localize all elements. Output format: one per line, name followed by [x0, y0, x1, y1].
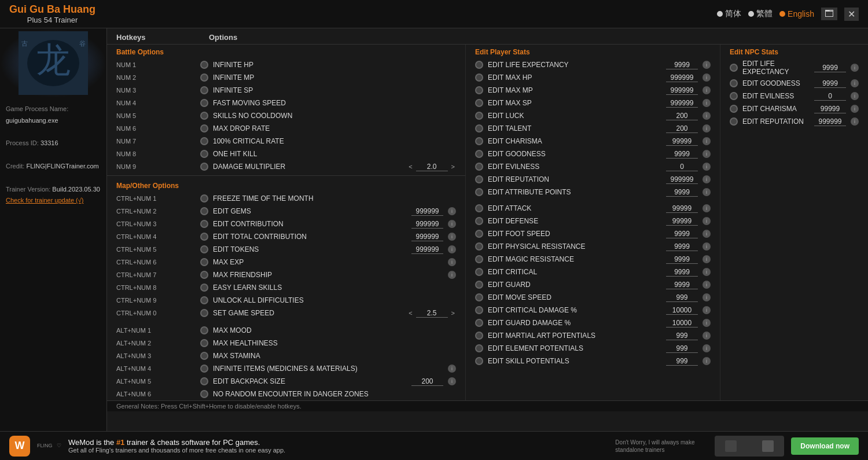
toggle-freeze-time[interactable]	[200, 194, 208, 203]
npc-charisma-info[interactable]: i	[851, 105, 859, 113]
toggle-easy-learn[interactable]	[200, 284, 208, 292]
player-guard-dmg-input[interactable]	[666, 319, 698, 327]
damage-mult-left-arrow[interactable]: <	[407, 163, 413, 170]
player-goodness-info[interactable]: i	[703, 150, 711, 158]
player-skill-input[interactable]	[666, 357, 698, 366]
toggle-infinite-items[interactable]	[200, 365, 208, 373]
player-crit-dmg-input[interactable]	[666, 306, 698, 315]
toggle-player-attr-points[interactable]	[475, 188, 483, 196]
max-friendship-info[interactable]: i	[448, 271, 456, 279]
toggle-game-speed[interactable]	[200, 309, 208, 317]
toggle-player-phys-res[interactable]	[475, 242, 483, 251]
player-guard-dmg-info[interactable]: i	[703, 319, 711, 327]
player-life-exp-info[interactable]: i	[703, 61, 711, 69]
player-goodness-input[interactable]	[666, 150, 698, 159]
player-magic-res-info[interactable]: i	[703, 255, 711, 263]
download-wemod-button[interactable]: Download now	[791, 437, 859, 455]
toggle-damage-mult[interactable]	[200, 163, 208, 171]
toggle-player-skill[interactable]	[475, 357, 483, 365]
edit-gems-input[interactable]	[411, 207, 443, 216]
player-max-mp-input[interactable]	[666, 86, 698, 95]
player-martial-input[interactable]	[666, 332, 698, 340]
player-evilness-info[interactable]: i	[703, 163, 711, 171]
player-skill-info[interactable]: i	[703, 357, 711, 365]
toggle-player-attack[interactable]	[475, 204, 483, 212]
toggle-fast-move[interactable]	[200, 99, 208, 107]
toggle-player-foot-speed[interactable]	[475, 230, 483, 238]
player-move-speed-info[interactable]: i	[703, 293, 711, 301]
npc-evilness-info[interactable]: i	[851, 92, 859, 100]
toggle-player-max-hp[interactable]	[475, 73, 483, 82]
backpack-size-input[interactable]	[411, 377, 443, 386]
npc-goodness-input[interactable]	[814, 79, 846, 88]
max-exp-info[interactable]: i	[448, 258, 456, 266]
npc-life-exp-input[interactable]	[814, 64, 846, 72]
player-element-info[interactable]: i	[703, 344, 711, 352]
scrollable-area[interactable]: Battle Options NUM 1 INFINITE HP NUM 2 I…	[107, 45, 868, 435]
player-foot-speed-info[interactable]: i	[703, 230, 711, 238]
toggle-player-evilness[interactable]	[475, 163, 483, 171]
toggle-edit-gems[interactable]	[200, 207, 208, 215]
damage-mult-right-arrow[interactable]: >	[450, 163, 456, 170]
player-max-hp-input[interactable]	[666, 73, 698, 82]
toggle-npc-goodness[interactable]	[730, 79, 738, 87]
player-attack-input[interactable]	[666, 204, 698, 213]
toggle-player-max-mp[interactable]	[475, 86, 483, 94]
player-critical-input[interactable]	[666, 268, 698, 277]
player-element-input[interactable]	[666, 344, 698, 353]
backpack-size-info[interactable]: i	[448, 377, 456, 385]
player-max-mp-info[interactable]: i	[703, 86, 711, 94]
player-max-sp-input[interactable]	[666, 99, 698, 108]
toggle-edit-contribution[interactable]	[200, 220, 208, 228]
toggle-player-martial[interactable]	[475, 332, 483, 340]
npc-charisma-input[interactable]	[814, 105, 846, 113]
toggle-player-guard[interactable]	[475, 281, 483, 289]
game-speed-input[interactable]	[416, 309, 448, 318]
edit-total-contribution-input[interactable]	[411, 233, 443, 241]
toggle-max-stamina[interactable]	[200, 352, 208, 360]
player-attack-info[interactable]: i	[703, 204, 711, 212]
toggle-npc-charisma[interactable]	[730, 105, 738, 113]
edit-total-contribution-info[interactable]: i	[448, 233, 456, 241]
edit-gems-info[interactable]: i	[448, 207, 456, 215]
npc-goodness-info[interactable]: i	[851, 79, 859, 87]
player-evilness-input[interactable]	[666, 163, 698, 171]
toggle-one-hit[interactable]	[200, 150, 208, 158]
toggle-player-element[interactable]	[475, 344, 483, 352]
player-luck-input[interactable]	[666, 112, 698, 120]
infinite-items-info[interactable]: i	[448, 365, 456, 373]
player-attr-points-info[interactable]: i	[703, 188, 711, 196]
toggle-max-healthiness[interactable]	[200, 339, 208, 347]
lang-traditional[interactable]: 繁體	[748, 9, 773, 19]
player-talent-input[interactable]	[666, 124, 698, 133]
player-defense-info[interactable]: i	[703, 217, 711, 225]
toggle-player-luck[interactable]	[475, 112, 483, 120]
toggle-max-mood[interactable]	[200, 326, 208, 334]
toggle-max-friendship[interactable]	[200, 271, 208, 279]
toggle-critical-rate[interactable]	[200, 137, 208, 145]
toggle-player-defense[interactable]	[475, 217, 483, 225]
toggle-player-critical[interactable]	[475, 268, 483, 276]
player-foot-speed-input[interactable]	[666, 230, 698, 238]
player-max-sp-info[interactable]: i	[703, 99, 711, 107]
player-magic-res-input[interactable]	[666, 255, 698, 264]
damage-mult-input[interactable]	[416, 163, 448, 171]
player-max-hp-info[interactable]: i	[703, 73, 711, 82]
edit-contribution-input[interactable]	[411, 220, 443, 229]
toggle-max-exp[interactable]	[200, 258, 208, 266]
player-critical-info[interactable]: i	[703, 268, 711, 276]
npc-life-exp-info[interactable]: i	[851, 64, 859, 72]
toggle-edit-tokens[interactable]	[200, 245, 208, 253]
player-defense-input[interactable]	[666, 217, 698, 226]
edit-tokens-input[interactable]	[411, 245, 443, 254]
player-martial-info[interactable]: i	[703, 332, 711, 340]
player-luck-info[interactable]: i	[703, 112, 711, 120]
player-crit-dmg-info[interactable]: i	[703, 306, 711, 314]
toggle-player-reputation[interactable]	[475, 175, 483, 183]
player-life-exp-input[interactable]	[666, 61, 698, 69]
toggle-no-random[interactable]	[200, 390, 208, 398]
toggle-player-goodness[interactable]	[475, 150, 483, 158]
player-charisma-input[interactable]	[666, 137, 698, 146]
player-guard-info[interactable]: i	[703, 281, 711, 289]
toggle-player-guard-dmg[interactable]	[475, 319, 483, 327]
